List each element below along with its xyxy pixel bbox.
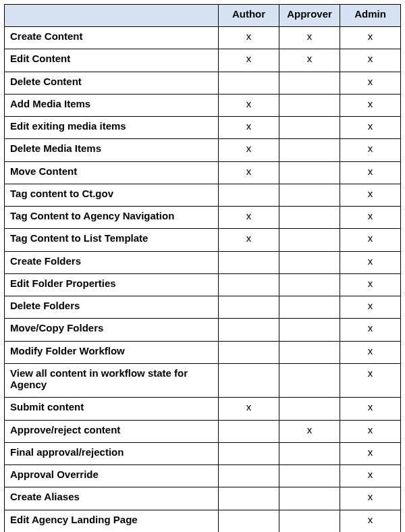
table-row: Delete Contentx [5,72,401,94]
row-label: Delete Folders [5,296,219,319]
cell-approver [279,319,340,341]
cell-admin: x [340,117,400,139]
cell-approver [279,296,340,319]
table-row: Add Media Itemsxx [5,94,401,116]
cell-admin: x [340,207,400,229]
cell-admin: x [340,442,400,464]
cell-author: x [218,207,279,229]
table-row: Move Contentxx [5,161,401,184]
row-label: Tag Content to Agency Navigation [5,207,219,229]
cell-admin: x [340,510,400,532]
cell-approver [279,510,340,532]
table-row: Approval Overridex [5,465,401,487]
cell-admin: x [340,465,400,487]
col-header-author: Author [218,5,279,27]
cell-author [218,487,279,510]
cell-approver [279,207,340,229]
cell-author [218,251,279,273]
cell-author: x [218,398,279,420]
table-row: Submit contentxx [5,398,401,420]
cell-approver [279,487,340,510]
row-label: Edit Content [5,49,219,72]
cell-author [218,363,279,398]
table-row: Tag Content to Agency Navigationxx [5,207,401,229]
cell-admin: x [340,184,400,206]
cell-admin: x [340,363,400,398]
cell-author: x [218,139,279,161]
cell-author [218,420,279,442]
cell-approver [279,72,340,94]
table-body: Create ContentxxxEdit ContentxxxDelete C… [5,27,401,533]
cell-approver [279,363,340,398]
cell-author: x [218,49,279,72]
row-label: Create Folders [5,251,219,273]
cell-author: x [218,27,279,49]
cell-author [218,510,279,532]
cell-approver [279,273,340,296]
row-label: Final approval/rejection [5,442,219,464]
row-label: Add Media Items [5,94,219,116]
cell-author: x [218,117,279,139]
cell-admin: x [340,27,400,49]
table-row: Edit Agency Landing Pagex [5,510,401,532]
cell-approver: x [279,27,340,49]
table-row: Move/Copy Foldersx [5,319,401,341]
cell-approver: x [279,49,340,72]
cell-author [218,319,279,341]
row-label: Modify Folder Workflow [5,341,219,363]
cell-admin: x [340,229,400,251]
cell-author [218,465,279,487]
row-label: Delete Media Items [5,139,219,161]
cell-admin: x [340,94,400,116]
table-row: Edit Folder Propertiesx [5,273,401,296]
table-row: Create Foldersx [5,251,401,273]
permissions-table: Author Approver Admin Create ContentxxxE… [4,4,401,532]
cell-admin: x [340,487,400,510]
table-row: Edit Contentxxx [5,49,401,72]
cell-approver [279,184,340,206]
cell-admin: x [340,319,400,341]
row-label: Edit exiting media items [5,117,219,139]
row-label: Approve/reject content [5,420,219,442]
cell-admin: x [340,72,400,94]
cell-admin: x [340,161,400,184]
cell-author: x [218,161,279,184]
cell-admin: x [340,139,400,161]
cell-admin: x [340,398,400,420]
row-label: Tag content to Ct.gov [5,184,219,206]
cell-approver [279,161,340,184]
table-header: Author Approver Admin [5,5,401,27]
cell-approver [279,229,340,251]
cell-author [218,341,279,363]
cell-author [218,184,279,206]
cell-author: x [218,229,279,251]
cell-admin: x [340,49,400,72]
cell-author [218,296,279,319]
cell-admin: x [340,273,400,296]
table-row: Create Aliasesx [5,487,401,510]
row-label: Edit Folder Properties [5,273,219,296]
row-label: Edit Agency Landing Page [5,510,219,532]
cell-author [218,442,279,464]
table-row: Create Contentxxx [5,27,401,49]
table-row: Delete Foldersx [5,296,401,319]
cell-approver [279,251,340,273]
row-label: Approval Override [5,465,219,487]
cell-author [218,273,279,296]
table-row: Final approval/rejectionx [5,442,401,464]
col-header-admin: Admin [340,5,400,27]
row-label: Delete Content [5,72,219,94]
table-row: Modify Folder Workflowx [5,341,401,363]
cell-approver [279,341,340,363]
row-label: Move/Copy Folders [5,319,219,341]
cell-approver [279,139,340,161]
table-row: View all content in workflow state for A… [5,363,401,398]
cell-approver [279,117,340,139]
table-row: Tag content to Ct.govx [5,184,401,206]
row-label: Tag Content to List Template [5,229,219,251]
cell-admin: x [340,296,400,319]
row-label: View all content in workflow state for A… [5,363,219,398]
cell-admin: x [340,251,400,273]
row-label: Move Content [5,161,219,184]
table-row: Approve/reject contentxx [5,420,401,442]
